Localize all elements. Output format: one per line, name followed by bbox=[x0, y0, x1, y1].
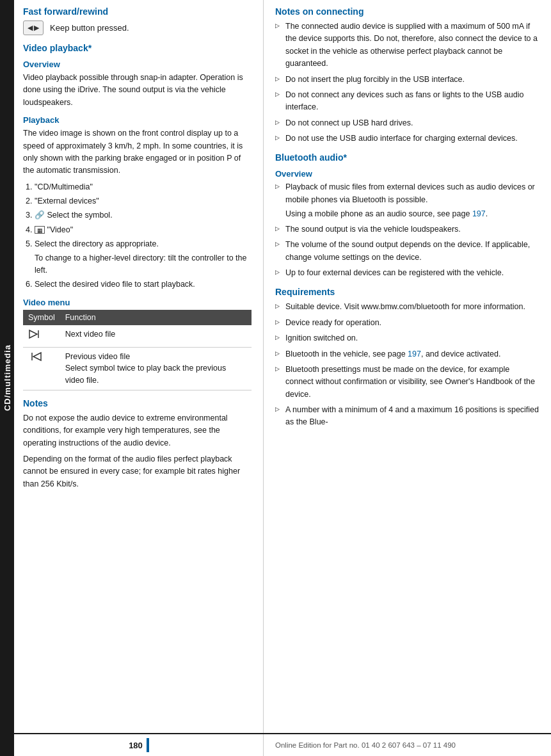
list-item: The volume of the sound output depends o… bbox=[275, 239, 539, 264]
playback-heading: Playback bbox=[23, 115, 252, 125]
connecting-bullets: The connected audio device is supplied w… bbox=[275, 20, 539, 145]
page-marker bbox=[147, 738, 149, 752]
list-item: Up to four external devices can be regis… bbox=[275, 267, 539, 279]
table-col-function: Function bbox=[60, 310, 252, 325]
footer-page-number: 180 bbox=[14, 738, 264, 752]
step5-sub: To change to a higher-level directory: t… bbox=[23, 252, 252, 277]
rewind-icon: ◀ bbox=[28, 24, 33, 32]
list-item: A number with a minimum of 4 and a maxim… bbox=[275, 404, 539, 429]
bluetooth-heading: Bluetooth audio* bbox=[275, 152, 539, 163]
fast-forward-text: Keep button pressed. bbox=[50, 23, 129, 33]
forward-icon: ▶ bbox=[34, 24, 39, 32]
overview-heading: Overview bbox=[23, 60, 252, 69]
req-bullets: Suitable device. Visit www.bmw.com/bluet… bbox=[275, 301, 539, 428]
list-item: Do not connect any devices such as fans … bbox=[275, 89, 539, 114]
list-item: 🔗 Select the symbol. bbox=[35, 209, 252, 221]
svg-marker-0 bbox=[29, 330, 37, 338]
list-item: Device ready for operation. bbox=[275, 317, 539, 329]
left-column: Fast forward/rewind ◀ ▶ Keep button pres… bbox=[14, 0, 264, 756]
list-item: Do not connect up USB hard drives. bbox=[275, 117, 539, 129]
page-link-197b[interactable]: 197 bbox=[408, 350, 421, 358]
video-menu-heading: Video menu bbox=[23, 298, 252, 307]
footer: 180 Online Edition for Part no. 01 40 2 … bbox=[14, 733, 551, 756]
playback-text: The video image is shown on the front co… bbox=[23, 127, 252, 177]
bt-inline-note: Using a mobile phone as an audio source,… bbox=[285, 208, 539, 220]
bt-overview-heading: Overview bbox=[275, 169, 539, 179]
list-item: Select the directory as appropriate. To … bbox=[35, 238, 252, 277]
list-item: The connected audio device is supplied w… bbox=[275, 20, 539, 70]
folder-icon: 🔗 bbox=[35, 211, 45, 220]
notes-text1: Do not expose the audio device to extrem… bbox=[23, 412, 252, 449]
svg-marker-2 bbox=[33, 353, 41, 360]
list-item: Playback of music files from external de… bbox=[275, 181, 539, 220]
notes-text2: Depending on the format of the audio fil… bbox=[23, 453, 252, 490]
right-column: Notes on connecting The connected audio … bbox=[264, 0, 551, 756]
notes-heading: Notes bbox=[23, 398, 252, 408]
page-link-197[interactable]: 197 bbox=[472, 209, 486, 218]
list-item: Suitable device. Visit www.bmw.com/bluet… bbox=[275, 301, 539, 313]
symbol-prev bbox=[23, 347, 60, 390]
sidebar-label: CD/multimedia bbox=[0, 0, 14, 756]
list-item: ▦ "Video" bbox=[35, 224, 252, 236]
overview-text: Video playback possible through snap-in … bbox=[23, 72, 252, 109]
list-item: Ignition switched on. bbox=[275, 332, 539, 344]
list-item: "CD/Multimedia" bbox=[35, 181, 252, 193]
table-row: Previous video file Select symbol twice … bbox=[23, 347, 252, 390]
bt-overview-bullets: Playback of music files from external de… bbox=[275, 181, 539, 279]
list-item: Do not use the USB audio interface for c… bbox=[275, 133, 539, 145]
list-item: Do not insert the plug forcibly in the U… bbox=[275, 74, 539, 86]
list-item: Bluetooth presettings must be made on th… bbox=[275, 364, 539, 401]
steps-list: "CD/Multimedia" "External devices" 🔗 Sel… bbox=[35, 181, 252, 291]
list-item: Select the desired video file to start p… bbox=[35, 278, 252, 291]
fast-forward-heading: Fast forward/rewind bbox=[23, 6, 252, 17]
table-row: Next video file bbox=[23, 325, 252, 348]
symbol-next bbox=[23, 325, 60, 348]
table-col-symbol: Symbol bbox=[23, 310, 60, 325]
list-item: "External devices" bbox=[35, 195, 252, 207]
function-next: Next video file bbox=[60, 325, 252, 348]
footer-note: Online Edition for Part no. 01 40 2 607 … bbox=[264, 741, 551, 749]
video-playback-heading: Video playback* bbox=[23, 43, 252, 53]
video-icon: ▦ bbox=[35, 226, 45, 234]
ff-button[interactable]: ◀ ▶ bbox=[23, 20, 44, 35]
requirements-heading: Requirements bbox=[275, 287, 539, 297]
notes-connecting-heading: Notes on connecting bbox=[275, 6, 539, 17]
list-item: Bluetooth in the vehicle, see page 197, … bbox=[275, 348, 539, 360]
list-item: The sound output is via the vehicle loud… bbox=[275, 223, 539, 236]
fast-forward-row: ◀ ▶ Keep button pressed. bbox=[23, 20, 252, 35]
video-table: Symbol Function Next video file bbox=[23, 310, 252, 390]
function-prev: Previous video file Select symbol twice … bbox=[60, 347, 252, 390]
